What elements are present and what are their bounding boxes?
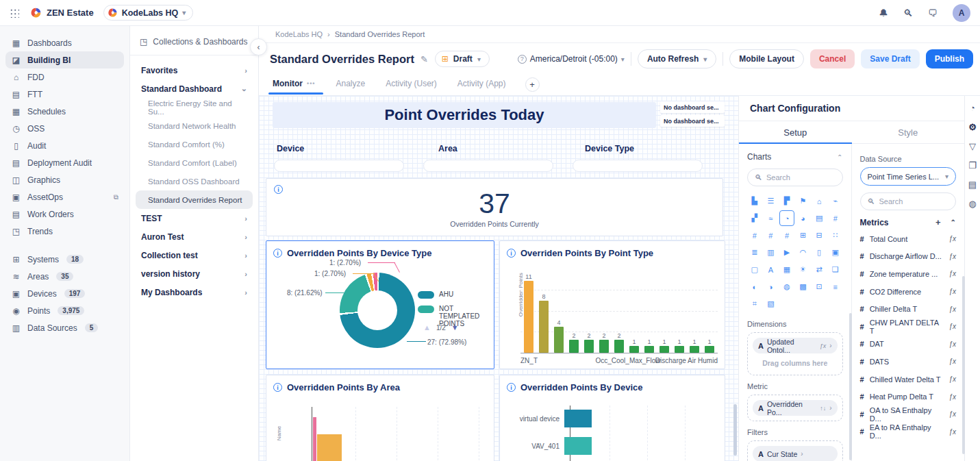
avatar[interactable]: A: [953, 4, 970, 22]
sidebar-item[interactable]: ▦ Schedules: [5, 103, 124, 120]
breadcrumb-root[interactable]: KodeLabs HQ: [275, 30, 323, 38]
status-selector[interactable]: ⊞ Draft ▾: [435, 51, 490, 67]
dashboard-tab[interactable]: Analyze: [334, 76, 366, 94]
table-icon[interactable]: ⊞: [796, 227, 811, 243]
sidebar-stat-item[interactable]: ◉ Points 3,975: [5, 302, 124, 319]
heatmap-icon[interactable]: ▩: [796, 279, 811, 295]
info-icon[interactable]: i: [273, 383, 282, 392]
help-icon[interactable]: 🗨︎: [928, 8, 938, 18]
add-metric-icon[interactable]: +: [935, 217, 941, 227]
bar[interactable]: [690, 346, 699, 353]
collection-row[interactable]: Standard OSS Dashboard: [136, 172, 253, 190]
metric-list-item[interactable]: # EA to RA Enthalpy D... ƒx: [860, 423, 957, 441]
export-icon[interactable]: ❐: [968, 160, 977, 171]
dashboard-tab[interactable]: Monitor •••: [271, 76, 316, 94]
book-icon[interactable]: ▤: [968, 179, 977, 190]
metric-list-item[interactable]: # DAT ƒx: [860, 336, 957, 353]
bar[interactable]: [614, 340, 624, 353]
device-filter-dropdown[interactable]: [274, 160, 404, 172]
collection-row[interactable]: Auron Test ›: [136, 227, 253, 246]
device-bar-chart-widget[interactable]: i Overridden Points By Device virtual de…: [499, 375, 725, 461]
metric-list-item[interactable]: # Total Count ƒx: [860, 230, 957, 248]
number-fx-icon[interactable]: #: [764, 227, 779, 243]
globe-icon[interactable]: ◍: [779, 279, 794, 295]
image-icon[interactable]: ▧: [764, 296, 779, 312]
bar[interactable]: [317, 434, 342, 461]
sidebar-item[interactable]: ◳ Trends: [5, 223, 124, 240]
comparison-icon[interactable]: ⇄: [812, 262, 827, 277]
metric-list-item[interactable]: # Heat Pump Delta T ƒx: [860, 388, 957, 406]
bar[interactable]: [584, 340, 594, 353]
collection-row[interactable]: TEST ›: [136, 209, 253, 227]
canvas-scrollbar[interactable]: [733, 404, 737, 456]
donut-chart-widget[interactable]: i Overridden Points By Device Type 1: (2…: [266, 240, 494, 369]
page-up-icon[interactable]: ▲: [423, 323, 431, 332]
funnel-chart-icon[interactable]: ≣: [747, 245, 762, 260]
collection-row[interactable]: Standard Overrides Report: [136, 190, 253, 209]
tab-more-icon[interactable]: •••: [307, 80, 315, 87]
bar[interactable]: [675, 346, 684, 353]
sidebar-stat-item[interactable]: ▣ Devices 197: [5, 285, 124, 302]
stacked-area-icon[interactable]: ▞: [747, 210, 762, 226]
sidebar-item[interactable]: ▯ Audit: [5, 137, 124, 154]
calendar-icon[interactable]: ▦: [779, 262, 794, 277]
sidebar-item[interactable]: ◫ Graphics: [5, 171, 124, 188]
bar[interactable]: [313, 417, 316, 461]
mobile-layout-button[interactable]: Mobile Layout: [729, 49, 804, 68]
bar-chart-icon[interactable]: ☰: [764, 193, 779, 209]
chevron-up-icon[interactable]: ⌃: [951, 219, 956, 226]
number-arrow-icon[interactable]: #: [779, 227, 794, 243]
weather-icon[interactable]: ☀: [796, 262, 811, 277]
export-card-icon[interactable]: ❏: [828, 262, 843, 277]
sidebar-item[interactable]: ◪ Building BI: [5, 51, 124, 68]
app-launcher-icon[interactable]: [10, 8, 19, 18]
notifications-icon[interactable]: 🔔︎: [879, 8, 888, 18]
bar[interactable]: [659, 346, 669, 353]
bar[interactable]: [554, 327, 564, 353]
collection-row[interactable]: Standard Dashboard ⌄: [136, 79, 253, 98]
config-scrollbar[interactable]: [849, 313, 852, 460]
donut-ring[interactable]: [340, 273, 415, 348]
publish-button[interactable]: Publish: [926, 49, 973, 68]
dashboard-canvas[interactable]: Point Overrides Today No dashboard se...…: [259, 96, 738, 461]
dashboard-tab[interactable]: Activity (App): [456, 76, 507, 94]
tab-setup[interactable]: Setup: [739, 121, 852, 143]
bar[interactable]: [564, 437, 592, 455]
scatter-plot-icon[interactable]: ∷: [828, 227, 843, 243]
sidebar-item[interactable]: ⌂ FDD: [5, 68, 124, 86]
area-steps-icon[interactable]: ⌂: [812, 193, 827, 209]
trend-chart-icon[interactable]: ≈: [764, 210, 779, 226]
bar[interactable]: [644, 346, 654, 353]
sidebar-item[interactable]: ▤ FTT: [5, 86, 124, 103]
filters-dropzone[interactable]: A Cur State ›: [747, 440, 843, 461]
collection-row[interactable]: Standard Comfort (%): [136, 135, 253, 153]
dimension-pill[interactable]: A Updated Ontol... ƒx ›: [753, 338, 838, 353]
bar-chart-widget[interactable]: i Overriden Points By Point Type Overrid…: [499, 240, 725, 369]
doughnut-chart-icon[interactable]: ◕: [796, 210, 811, 226]
sidebar-stat-item[interactable]: ⊞ Systems 18: [5, 251, 124, 268]
collection-row[interactable]: version history ›: [136, 264, 253, 283]
info-icon[interactable]: i: [507, 383, 516, 392]
pie-chart-icon[interactable]: ◔: [970, 103, 975, 113]
histogram-icon[interactable]: ▛: [779, 193, 794, 209]
search-icon[interactable]: 🔍︎: [903, 8, 913, 18]
add-tab-button[interactable]: +: [525, 77, 540, 92]
dashboard-tab[interactable]: Activity (User): [384, 76, 438, 94]
banner-widget[interactable]: Point Overrides Today: [273, 102, 656, 128]
bar[interactable]: [599, 340, 609, 353]
page-down-icon[interactable]: ▼: [451, 323, 459, 332]
number-icon[interactable]: #: [828, 210, 843, 226]
metrics-scrollbar[interactable]: [962, 276, 965, 454]
pivot-table-icon[interactable]: ⊟: [812, 227, 827, 243]
metric-list-item[interactable]: # DATS ƒx: [860, 353, 957, 371]
org-selector[interactable]: KodeLabs HQ ▾: [103, 5, 194, 21]
bar[interactable]: [564, 410, 592, 427]
info-icon[interactable]: i: [274, 185, 283, 194]
metric-list-item[interactable]: # Chilled Water Delta T ƒx: [860, 371, 957, 388]
chevron-up-icon[interactable]: ⌃: [837, 153, 842, 161]
text-icon[interactable]: A: [764, 262, 779, 277]
box-plot-icon[interactable]: ▥: [764, 245, 779, 260]
auto-refresh-button[interactable]: Auto Refresh ▾: [638, 49, 716, 68]
media-card-icon[interactable]: ▶: [779, 245, 794, 260]
sidebar-item[interactable]: ▦ Dashboards: [5, 34, 124, 51]
